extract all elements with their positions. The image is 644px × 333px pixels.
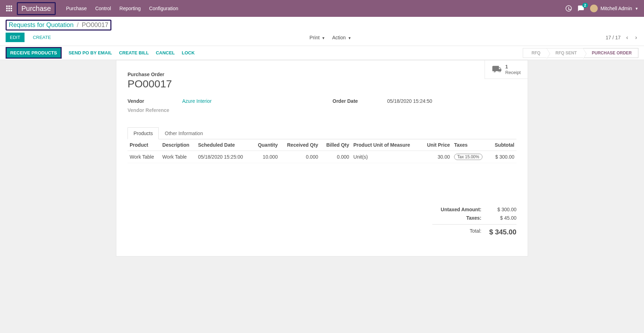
total-value: $ 345.00 [488, 228, 516, 236]
lock-button[interactable]: LOCK [182, 50, 195, 55]
avatar [590, 5, 598, 12]
cell-scheduled: 05/18/2020 15:25:00 [196, 151, 252, 163]
caret-down-icon: ▼ [322, 36, 325, 40]
receipt-count: 1 [505, 64, 521, 70]
user-menu[interactable]: Mitchell Admin ▼ [590, 5, 638, 12]
receipt-stat-button[interactable]: 1 Receipt [485, 60, 528, 79]
status-rfq[interactable]: RFQ [523, 48, 547, 58]
cell-quantity: 10.000 [252, 151, 280, 163]
breadcrumb: Requests for Quotation / PO00017 [6, 20, 111, 31]
order-lines-table: Product Description Scheduled Date Quant… [128, 139, 516, 163]
svg-rect-7 [8, 10, 10, 11]
edit-button[interactable]: EDIT [6, 33, 25, 42]
tax-chip: Tax 15.00% [454, 154, 482, 160]
table-header-row: Product Description Scheduled Date Quant… [128, 139, 516, 151]
cell-unit-price: 30.00 [421, 151, 452, 163]
caret-down-icon: ▼ [635, 7, 638, 11]
vendor-label: Vendor [128, 98, 182, 104]
th-quantity: Quantity [252, 139, 280, 151]
status-rfq-sent[interactable]: RFQ SENT [547, 48, 583, 58]
cell-received: 0.000 [280, 151, 320, 163]
main-menu: Purchase Control Reporting Configuration [66, 6, 178, 11]
apps-icon[interactable] [6, 5, 13, 12]
vendor-ref-value [182, 107, 311, 113]
status-steps: RFQ RFQ SENT PURCHASE ORDER [523, 48, 638, 58]
th-subtotal: Subtotal [489, 139, 516, 151]
order-name: PO00017 [128, 78, 516, 90]
breadcrumb-parent[interactable]: Requests for Quotation [9, 21, 74, 28]
breadcrumb-current: PO00017 [82, 21, 108, 28]
receipt-label: Receipt [505, 70, 521, 75]
th-received: Received Qty [280, 139, 320, 151]
title-label: Purchase Order [128, 72, 516, 77]
pager-next[interactable]: › [634, 34, 638, 41]
vendor-ref-label: Vendor Reference [128, 107, 182, 113]
create-button[interactable]: CREATE [29, 33, 55, 42]
control-panel: Requests for Quotation / PO00017 EDIT CR… [0, 17, 644, 46]
menu-purchase[interactable]: Purchase [66, 6, 87, 11]
th-product: Product [128, 139, 160, 151]
th-description: Description [160, 139, 196, 151]
untaxed-label: Untaxed Amount: [432, 207, 481, 212]
svg-rect-1 [8, 6, 10, 7]
cancel-button[interactable]: CANCEL [156, 50, 175, 55]
receive-products-button[interactable]: RECEIVE PRODUCTS [6, 47, 62, 59]
activity-icon[interactable] [566, 5, 572, 12]
cell-product: Work Table [128, 151, 160, 163]
th-uom: Product Unit of Measure [351, 139, 421, 151]
totals: Untaxed Amount: $ 300.00 Taxes: $ 45.00 … [128, 205, 516, 238]
status-purchase-order[interactable]: PURCHASE ORDER [583, 48, 638, 58]
nav-right: 2 Mitchell Admin ▼ [566, 5, 638, 12]
svg-rect-6 [6, 10, 8, 11]
order-date-label: Order Date [333, 98, 387, 104]
svg-rect-2 [11, 6, 12, 7]
truck-icon [492, 64, 502, 75]
create-bill-button[interactable]: CREATE BILL [119, 50, 149, 55]
app-brand[interactable]: Purchase [17, 2, 56, 15]
action-dropdown[interactable]: Action ▼ [332, 35, 351, 40]
tab-nav: Products Other Information [128, 127, 516, 139]
th-taxes: Taxes [452, 139, 489, 151]
th-unit-price: Unit Price [421, 139, 452, 151]
form-sheet: 1 Receipt Purchase Order PO00017 Vendor … [116, 60, 528, 257]
th-billed: Billed Qty [320, 139, 351, 151]
svg-rect-5 [11, 8, 12, 9]
top-nav: Purchase Purchase Control Reporting Conf… [0, 0, 644, 17]
cell-description: Work Table [160, 151, 196, 163]
user-name: Mitchell Admin [601, 6, 632, 11]
send-po-button[interactable]: SEND PO BY EMAIL [69, 50, 112, 55]
taxes-label: Taxes: [432, 215, 481, 221]
pager-position: 17 / 17 [606, 35, 621, 40]
tab-other-information[interactable]: Other Information [159, 127, 209, 139]
print-dropdown[interactable]: Print ▼ [309, 35, 325, 40]
vendor-link[interactable]: Azure Interior [182, 98, 212, 104]
cell-billed: 0.000 [320, 151, 351, 163]
menu-reporting[interactable]: Reporting [119, 6, 141, 11]
messages-icon[interactable]: 2 [577, 5, 584, 12]
menu-configuration[interactable]: Configuration [149, 6, 178, 11]
untaxed-value: $ 300.00 [488, 207, 516, 212]
pager-prev[interactable]: ‹ [625, 34, 629, 41]
total-label: Total: [432, 228, 481, 236]
cell-taxes: Tax 15.00% [452, 151, 489, 163]
svg-rect-8 [11, 10, 12, 11]
cell-subtotal: $ 300.00 [489, 151, 516, 163]
cell-uom: Unit(s) [351, 151, 421, 163]
svg-rect-3 [6, 8, 8, 9]
menu-control[interactable]: Control [95, 6, 111, 11]
taxes-value: $ 45.00 [488, 215, 516, 221]
caret-down-icon: ▼ [348, 36, 351, 40]
svg-rect-0 [6, 6, 8, 7]
order-date-value: 05/18/2020 15:24:50 [387, 98, 516, 104]
svg-rect-4 [8, 8, 10, 9]
tab-products[interactable]: Products [128, 127, 159, 139]
messages-badge: 2 [582, 3, 588, 8]
th-scheduled: Scheduled Date [196, 139, 252, 151]
table-row[interactable]: Work Table Work Table 05/18/2020 15:25:0… [128, 151, 516, 163]
status-bar: RECEIVE PRODUCTS SEND PO BY EMAIL CREATE… [0, 46, 644, 60]
